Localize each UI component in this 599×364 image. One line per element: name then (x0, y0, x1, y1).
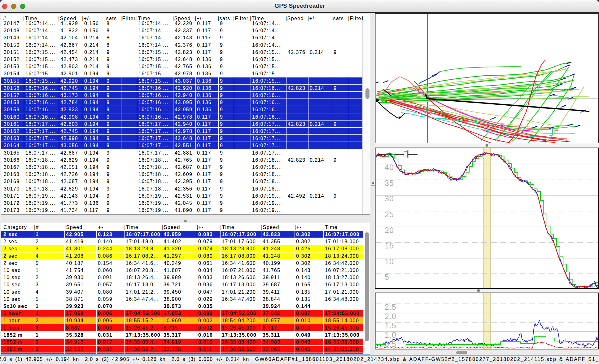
svg-text:20: 20 (385, 226, 394, 235)
svg-text:10: 10 (385, 257, 394, 266)
svg-text:1.5: 1.5 (385, 321, 396, 330)
svg-text:30: 30 (385, 194, 394, 203)
svg-text:2.0: 2.0 (385, 312, 396, 321)
svg-text:2.5: 2.5 (385, 303, 396, 311)
svg-text:1.0: 1.0 (385, 331, 396, 339)
svg-text:5: 5 (385, 273, 389, 281)
svg-text:40: 40 (385, 163, 394, 172)
svg-text:35: 35 (385, 179, 394, 187)
svg-text:25: 25 (385, 210, 394, 219)
svg-text:15: 15 (385, 241, 394, 250)
